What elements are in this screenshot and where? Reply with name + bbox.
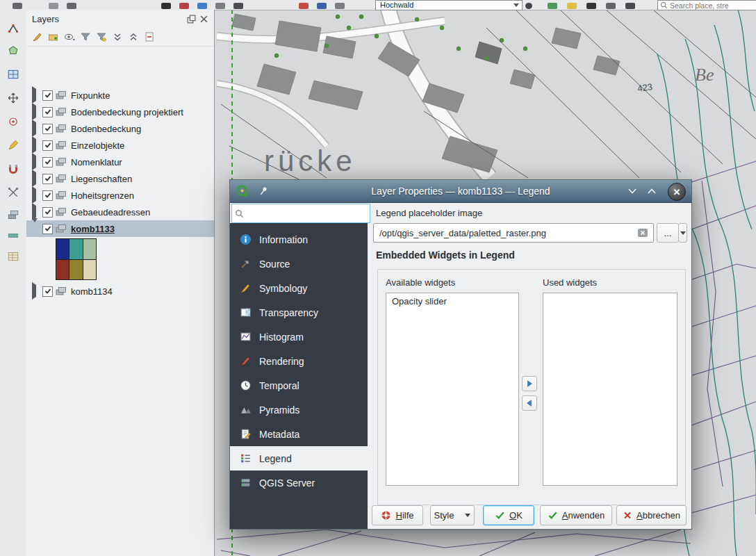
nav-rendering[interactable]: Rendering — [230, 349, 368, 373]
toolbar-icon[interactable] — [161, 3, 171, 9]
layer-tree-row[interactable]: Liegenschaften — [26, 170, 214, 187]
list-item[interactable]: Opacity slider — [386, 293, 518, 309]
polygon-tool-icon[interactable] — [4, 42, 22, 60]
properties-search[interactable] — [231, 204, 370, 223]
layer-checkbox[interactable] — [42, 174, 53, 184]
layer-checkbox[interactable] — [42, 107, 53, 117]
layer-tree-row[interactable]: Einzelobjekte — [26, 137, 214, 154]
layer-tree-row-current[interactable]: komb1133 — [26, 220, 214, 237]
nav-metadata[interactable]: Metadata — [230, 422, 368, 446]
rollup-window-icon[interactable] — [646, 186, 658, 197]
nav-transparency[interactable]: Transparency — [230, 300, 368, 325]
nav-source[interactable]: Source — [230, 252, 368, 276]
nav-qgis-server[interactable]: QGIS Server — [230, 471, 368, 495]
split-tool-icon[interactable] — [4, 183, 22, 202]
collapse-all-icon[interactable] — [128, 31, 139, 42]
expand-arrow-icon[interactable] — [32, 206, 39, 218]
float-panel-icon[interactable] — [187, 15, 196, 24]
expand-arrow-icon[interactable] — [32, 156, 39, 168]
move-right-button[interactable] — [522, 376, 537, 391]
layer-tree-row[interactable]: Gebaeudeadressen — [26, 204, 214, 220]
expand-arrow-icon[interactable] — [32, 139, 39, 152]
info-icon[interactable] — [525, 3, 532, 9]
layer-checkbox[interactable] — [42, 140, 53, 151]
layer-tree-row[interactable]: Fixpunkte — [26, 87, 214, 104]
map-themes-icon[interactable] — [64, 31, 75, 42]
layer-tree-row[interactable]: Hoheitsgrenzen — [26, 187, 214, 204]
nav-histogram[interactable]: Histogram — [230, 325, 368, 349]
toolbar-icon[interactable] — [548, 3, 557, 9]
available-widgets-list[interactable]: Opacity slider — [386, 293, 519, 486]
nav-temporal[interactable]: Temporal — [230, 373, 368, 398]
layer-select-combobox[interactable]: Hochwald — [375, 0, 523, 10]
layer-tree-row[interactable]: Bodenbedeckung projektiert — [26, 104, 214, 120]
layer-tree-row[interactable]: Nomenklatur — [26, 154, 214, 170]
vertex-tool-icon[interactable] — [4, 19, 22, 38]
layers-tool-icon[interactable] — [4, 206, 22, 224]
layer-checkbox[interactable] — [42, 124, 53, 134]
toolbar-icon[interactable] — [567, 3, 577, 9]
toolbar-icon[interactable] — [299, 3, 309, 9]
move-left-button[interactable] — [522, 395, 537, 411]
nav-symbology[interactable]: Symbology — [230, 276, 368, 300]
clear-field-icon[interactable] — [637, 227, 648, 238]
expand-arrow-icon[interactable] — [32, 172, 39, 185]
filter-expression-icon[interactable] — [96, 31, 107, 42]
layer-tree-row[interactable]: Bodenbedeckung — [26, 120, 214, 137]
toolbar-icon[interactable] — [67, 3, 76, 9]
add-group-icon[interactable] — [48, 31, 59, 42]
expand-arrow-icon[interactable] — [32, 106, 39, 118]
help-button[interactable]: Hilfe — [372, 505, 423, 525]
toolbar-icon[interactable] — [215, 3, 225, 9]
toolbar-icon[interactable] — [233, 3, 243, 9]
toolbar-icon[interactable] — [13, 3, 22, 9]
shade-window-icon[interactable] — [626, 186, 639, 197]
circle-tool-icon[interactable] — [4, 113, 22, 131]
measure-tool-icon[interactable] — [4, 227, 22, 245]
locator-search-input[interactable] — [670, 1, 746, 10]
close-window-icon[interactable]: ✕ — [668, 183, 686, 201]
style-button[interactable]: Style — [430, 505, 475, 525]
layer-tree-row[interactable]: komb1134 — [26, 283, 214, 300]
cancel-button[interactable]: Abbrechen — [616, 505, 687, 525]
filter-legend-icon[interactable] — [80, 31, 91, 42]
expand-arrow-icon[interactable] — [32, 189, 39, 202]
properties-search-input[interactable] — [246, 208, 360, 220]
grid-tool-icon[interactable] — [4, 65, 22, 83]
collapse-arrow-icon[interactable] — [32, 222, 39, 235]
legend-placeholder-path-input[interactable] — [373, 223, 654, 243]
dialog-titlebar[interactable]: Layer Properties — komb1133 — Legend — [230, 180, 691, 203]
attribute-table-icon[interactable] — [4, 247, 22, 265]
layer-checkbox[interactable] — [42, 207, 53, 218]
apply-button[interactable]: Anwenden — [540, 505, 612, 525]
snapping-tool-icon[interactable] — [4, 160, 22, 178]
toolbar-icon[interactable] — [586, 3, 596, 9]
remove-layer-icon[interactable] — [144, 31, 155, 42]
pin-icon[interactable] — [258, 186, 269, 197]
layer-checkbox[interactable] — [42, 224, 53, 234]
expand-arrow-icon[interactable] — [32, 89, 39, 101]
browse-dropdown-button[interactable] — [678, 223, 687, 243]
expand-all-icon[interactable] — [112, 31, 123, 42]
close-panel-icon[interactable] — [199, 15, 208, 24]
nav-information[interactable]: Information — [230, 227, 368, 252]
move-tool-icon[interactable] — [4, 89, 22, 107]
nav-legend[interactable]: Legend — [230, 446, 368, 471]
layer-checkbox[interactable] — [42, 90, 53, 101]
browse-button[interactable]: ... — [657, 223, 679, 243]
expand-arrow-icon[interactable] — [32, 122, 39, 135]
nav-pyramids[interactable]: Pyramids — [230, 398, 368, 422]
expand-arrow-icon[interactable] — [32, 285, 39, 297]
toolbar-icon[interactable] — [197, 3, 207, 9]
layer-styling-icon[interactable] — [32, 31, 43, 42]
locator-search[interactable] — [657, 0, 756, 10]
layer-checkbox[interactable] — [42, 286, 53, 297]
used-widgets-list[interactable] — [543, 293, 677, 486]
toolbar-icon[interactable] — [317, 3, 327, 9]
layer-checkbox[interactable] — [42, 190, 53, 201]
pencil-tool-icon[interactable] — [4, 136, 22, 154]
toolbar-icon[interactable] — [31, 3, 40, 9]
toolbar-icon[interactable] — [606, 3, 616, 9]
layer-checkbox[interactable] — [42, 157, 53, 167]
ok-button[interactable]: OK — [483, 505, 534, 525]
